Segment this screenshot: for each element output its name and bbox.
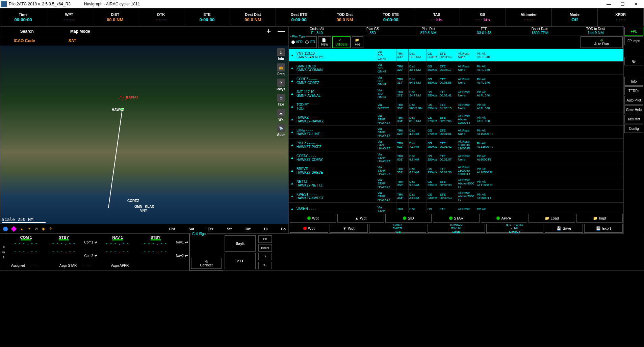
sat-button[interactable]: SAT xyxy=(48,38,96,43)
ifr-radio[interactable]: IFR xyxy=(305,40,315,44)
plan-type-group: Plan Type VFR IFR xyxy=(290,36,317,48)
fpl-header-tod-to-dest: TOD to Dest144.9 NM xyxy=(568,27,623,35)
auto-plan-button[interactable]: ⚙Auto Plan xyxy=(581,36,623,48)
nav1-stby-freq[interactable]: - - - . - - xyxy=(144,240,167,246)
flight-plan-table[interactable]: ▲ VNY 113.10GMN7-VAN NUYS ViaSIDGMN7 TRK… xyxy=(289,49,623,213)
vfr-radio[interactable]: VFR xyxy=(291,40,303,44)
side-fp-imprt-button[interactable]: FP Imprt xyxy=(624,36,643,45)
map-layer-icon[interactable]: ✈ xyxy=(49,227,52,231)
minimize-button[interactable]: — xyxy=(602,0,616,8)
map-layer-icon[interactable]: ▲ xyxy=(20,227,24,231)
maximize-button[interactable]: ☐ xyxy=(616,0,629,8)
clr-button[interactable]: Clr xyxy=(258,235,272,243)
recnt-button[interactable]: Recnt xyxy=(258,244,272,252)
fpl-wpt-button[interactable]: ▼Wpt xyxy=(330,224,368,233)
side-button-panel: FPLFP Imprt⊕InfoTERPsAuto PilotGrmr Help… xyxy=(624,26,644,234)
power-button[interactable]: Pwr xyxy=(0,234,7,270)
com1-freq[interactable]: - - - . - - xyxy=(15,240,38,246)
com2-swap[interactable]: Com2 xyxy=(84,254,93,258)
map-taxi-button[interactable]: 🛬Taxi xyxy=(274,94,288,106)
side-config-button[interactable]: Config xyxy=(624,124,643,133)
nav2-freq[interactable]: - - - . - - xyxy=(106,249,129,254)
fpl-waypoint-row[interactable]: ▲ PIKEZ - - - -HAWKZ7-PIKEZ ViaSTARHAWKZ… xyxy=(289,139,623,151)
zoom-out-button[interactable]: — xyxy=(278,27,285,36)
map-layer-icon[interactable]: ✈ xyxy=(28,227,31,231)
fpl-waypoint-row[interactable]: ▲ VNY 113.10GMN7-VAN NUYS ViaSIDGMN7 TRK… xyxy=(289,49,623,62)
help-button[interactable]: ? xyxy=(258,253,272,260)
map-layer-icon[interactable]: ⊘ xyxy=(35,227,38,231)
map-mode-sat[interactable]: Sat xyxy=(188,227,194,231)
com1-swap[interactable]: Com1 xyxy=(84,240,93,244)
help-plus-button[interactable]: ?+ xyxy=(258,262,272,269)
close-button[interactable]: ✕ xyxy=(629,0,643,8)
route-summary[interactable]: GMN7RW07LAVE xyxy=(369,224,426,233)
map-mode-ter[interactable]: Ter xyxy=(208,227,213,231)
map-wx-button[interactable]: ☁Wx xyxy=(274,109,288,121)
side-auto-pilot-button[interactable]: Auto Pilot xyxy=(624,96,643,105)
app-icon xyxy=(1,1,7,7)
route-summary[interactable]: ILS - RW16L- I16LDIRECT xyxy=(486,224,543,233)
map-mode-rlf[interactable]: Rlf xyxy=(246,227,251,231)
map-info-button[interactable]: ℹInfo xyxy=(274,48,288,61)
fpl-star-button[interactable]: STAR xyxy=(433,214,479,223)
map-mode-lo[interactable]: Lo xyxy=(281,227,286,231)
fpl-wpt-button[interactable]: Wpt xyxy=(290,214,336,223)
side-grmr-help-button[interactable]: Grmr Help xyxy=(624,105,643,114)
route-summary[interactable]: HAWKZ7RW16LLIINE xyxy=(428,224,485,233)
side-info-button[interactable]: Info xyxy=(624,77,643,86)
fpl-waypoint-row[interactable]: ▲ AVE 117.10GMN7-AVENAL ViaSIDGMN7 TRK27… xyxy=(289,87,623,100)
fpl-waypoint-row[interactable]: ▲ KWEST - - - -HAWKZ7-KWEST ViaSTARHAWKZ… xyxy=(289,190,623,203)
side-terps-button[interactable]: TERPs xyxy=(624,86,643,95)
search-label[interactable]: Search xyxy=(0,29,54,34)
fpl-waypoint-row[interactable]: ▲ COFAY - - - -HAWKZ7-COFAY ViaSTARHAWKZ… xyxy=(289,151,623,164)
map-mode-str[interactable]: Str xyxy=(227,227,232,231)
map-rwys-button[interactable]: ✈Rwys xyxy=(274,79,288,91)
new-plan-button[interactable]: 📄New xyxy=(318,36,331,48)
fpl-waypoint-row[interactable]: ▲ HAWKZ - - - -HAWKZ7-HAWKZ ViaSTARHAWKZ… xyxy=(289,113,623,126)
fpl-sid-button[interactable]: SID xyxy=(385,214,432,223)
fpl-wpt-button[interactable]: ▲Wpt xyxy=(337,214,384,223)
fpl-save-button[interactable]: 💾Save xyxy=(545,224,583,233)
side-taxi-mnt-button[interactable]: Taxi Mnt xyxy=(624,115,643,123)
file-plan-button[interactable]: 📁File xyxy=(352,36,363,48)
map-mode-hi[interactable]: Hi xyxy=(264,227,268,231)
ptt-button[interactable]: PTT xyxy=(225,253,256,269)
map-waypoint-label: COREZ xyxy=(127,199,139,203)
map-freq-button[interactable]: 📻Freq xyxy=(274,63,288,76)
com2-freq[interactable]: - - - . - - xyxy=(15,249,38,254)
nav2-swap[interactable]: Nav2 xyxy=(176,254,184,258)
map-layer-icon[interactable] xyxy=(11,226,17,232)
fpl-waypoint-row[interactable]: ▲ GMN 116.10GMN7-GORMAN ViaSIDGMN7 TRK32… xyxy=(289,62,623,75)
fpl-waypoint-row[interactable]: ▲ TOD PT - - - -TOD ViaDIRECT TRK334° Di… xyxy=(289,100,623,113)
flight-plan-panel: Cruise AltFL 340Plan GS550Plan Dist879.5… xyxy=(289,26,624,234)
map-display[interactable]: KAPFOHAWKZCOREZGMNKLAXVNY ℹInfo📻Freq✈Rwy… xyxy=(0,46,288,224)
nav1-swap[interactable]: Nav1 xyxy=(176,240,184,244)
zoom-in-button[interactable]: + xyxy=(266,27,271,36)
side-fpl-button[interactable]: FPL xyxy=(624,27,643,36)
connect-button[interactable]: 🔌Connect xyxy=(191,258,222,269)
map-layer-icon[interactable]: ◉ xyxy=(42,227,45,231)
sayit-button[interactable]: SayIt xyxy=(225,235,256,252)
map-appr-button[interactable]: 📡Appr xyxy=(274,124,288,137)
fpl-waypoint-row[interactable]: ▲ NETTZ - - - -HAWKZ7-NETTZ ViaSTARHAWKZ… xyxy=(289,177,623,190)
fpl-waypoint-row[interactable]: ▲ COREZ - - - -GMN7-COREZ ViaSIDGMN7 TRK… xyxy=(289,75,623,87)
map-layer-icon[interactable] xyxy=(3,227,8,231)
com2-stby-freq[interactable]: - - - . - - xyxy=(52,249,76,254)
fpl-waypoint-row[interactable]: ▲ BREVE - - - -HAWKZ7-BREVE ViaSTARHAWKZ… xyxy=(289,164,623,177)
mapmode-label[interactable]: Map Mode xyxy=(54,29,107,34)
nav1-freq[interactable]: - - - . - - xyxy=(106,240,129,246)
side-⊕-button[interactable]: ⊕ xyxy=(624,57,643,65)
fpl-load-button[interactable]: 📁Load xyxy=(529,214,575,223)
map-mode-cht[interactable]: Cht xyxy=(169,227,175,231)
scale-bar xyxy=(2,222,46,223)
com1-stby-freq[interactable]: - - - . - - xyxy=(52,240,76,246)
validate-button[interactable]: ✓Validate xyxy=(332,36,350,48)
fpl-waypoint-row[interactable]: ▲ VASHN - - - - ViaSTAR TRK Dist GS ETE … xyxy=(289,203,623,213)
fpl-impt-button[interactable]: 📁Impt xyxy=(576,214,623,223)
fpl-waypoint-row[interactable]: ▲ LIINE - - - -HAWKZ7-LIINE ViaSTARHAWKZ… xyxy=(289,126,623,139)
fpl-exprt-button[interactable]: 💾Exprt xyxy=(584,224,623,233)
icao-code-label[interactable]: ICAO Code xyxy=(0,38,48,43)
nav2-stby-freq[interactable]: - - - . - - xyxy=(144,249,167,254)
fpl-wpt-button[interactable]: Wpt xyxy=(290,224,328,233)
fpl-appr-button[interactable]: APPR xyxy=(481,214,527,223)
